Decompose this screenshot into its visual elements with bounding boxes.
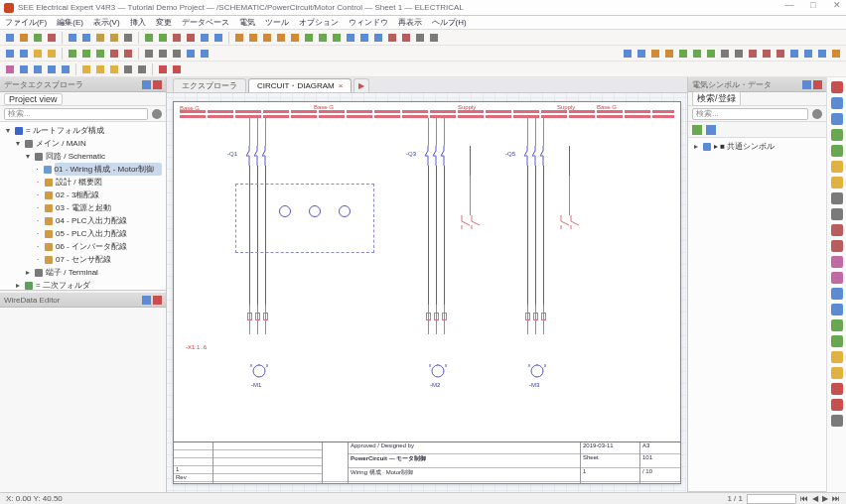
- tool-icon[interactable]: [303, 32, 315, 44]
- tool-icon[interactable]: [157, 32, 169, 44]
- tool-icon[interactable]: [199, 48, 211, 60]
- tool-icon[interactable]: [677, 48, 689, 60]
- minimize-button[interactable]: —: [782, 0, 796, 10]
- vtool-icon[interactable]: [831, 208, 843, 220]
- tool-icon[interactable]: [108, 32, 120, 44]
- tool-icon[interactable]: [317, 32, 329, 44]
- tool-icon[interactable]: [136, 63, 148, 75]
- vtool-icon[interactable]: [831, 256, 843, 268]
- tool-icon[interactable]: [32, 32, 44, 44]
- tool-icon[interactable]: [122, 63, 134, 75]
- tool-icon[interactable]: [171, 63, 183, 75]
- tool-icon[interactable]: [94, 63, 106, 75]
- maximize-button[interactable]: □: [806, 0, 820, 10]
- tool-icon[interactable]: [108, 63, 120, 75]
- menu-item[interactable]: ツール: [262, 17, 292, 28]
- tool-icon[interactable]: [247, 32, 259, 44]
- vtool-icon[interactable]: [831, 319, 843, 331]
- tool-icon[interactable]: [199, 32, 211, 44]
- search-icon[interactable]: [152, 109, 162, 119]
- tree-row[interactable]: ▾= ルートフォルダ構成: [4, 124, 162, 137]
- canvas-wrap[interactable]: Base G -Q1-M1-Q3-M2-Q5-M3 -X1:1..6 Base …: [167, 93, 687, 492]
- tool-icon[interactable]: [233, 32, 245, 44]
- tool-icon[interactable]: [157, 48, 169, 60]
- vtool-icon[interactable]: [831, 399, 843, 411]
- contactor-group[interactable]: [235, 184, 374, 253]
- tool-icon[interactable]: [289, 32, 301, 44]
- vtool-icon[interactable]: [831, 415, 843, 427]
- left-panel-tabs[interactable]: Project view: [0, 92, 166, 106]
- tree-row[interactable]: ·01 - Wiring 構成 - Motor制御: [4, 163, 162, 176]
- vtool-icon[interactable]: [831, 161, 843, 173]
- vtool-icon[interactable]: [831, 240, 843, 252]
- tool-icon[interactable]: [108, 48, 120, 60]
- tree-row[interactable]: ·04 - PLC入出力配線: [4, 214, 162, 227]
- tool-icon[interactable]: [816, 48, 828, 60]
- right-subtab[interactable]: 検索/登録: [692, 91, 741, 106]
- symbol-group[interactable]: ▸ ■ 共通シンボル: [714, 140, 775, 153]
- symbol-search[interactable]: 検索...: [692, 108, 808, 120]
- tool-icon[interactable]: [331, 32, 343, 44]
- pin-icon[interactable]: [142, 80, 151, 89]
- tool-icon[interactable]: [143, 32, 155, 44]
- tool-icon[interactable]: [46, 32, 58, 44]
- tool-icon[interactable]: [122, 48, 134, 60]
- menu-item[interactable]: 表示(V): [90, 17, 123, 28]
- tool-icon[interactable]: [60, 63, 71, 75]
- tool-icon[interactable]: [622, 48, 634, 60]
- tool-icon[interactable]: [32, 63, 44, 75]
- tool-icon[interactable]: [400, 32, 412, 44]
- right-panel-header[interactable]: 電気シンボル・データ: [688, 77, 826, 92]
- project-tree[interactable]: ▾= ルートフォルダ構成▾メイン / MAIN▾回路 / Schematic·0…: [0, 122, 166, 291]
- pin-icon[interactable]: [802, 80, 811, 89]
- tool-icon[interactable]: [261, 32, 273, 44]
- vtool-icon[interactable]: [831, 304, 843, 315]
- tool-icon[interactable]: [67, 32, 78, 44]
- close-icon[interactable]: [813, 80, 822, 89]
- left-panel-header[interactable]: データエクスプローラ: [0, 77, 166, 92]
- tool-icon[interactable]: [171, 32, 183, 44]
- tool-icon[interactable]: [705, 48, 717, 60]
- tool-icon[interactable]: [358, 32, 370, 44]
- tool-icon[interactable]: [171, 48, 183, 60]
- tool-icon[interactable]: [46, 48, 58, 60]
- nav-prev-icon[interactable]: ◀: [812, 494, 818, 503]
- breaker-symbol[interactable]: [245, 146, 271, 166]
- tool-icon[interactable]: [663, 48, 675, 60]
- tool-icon[interactable]: [428, 32, 440, 44]
- close-icon[interactable]: [153, 80, 162, 89]
- menu-item[interactable]: 再表示: [395, 17, 425, 28]
- tool-icon[interactable]: [80, 32, 92, 44]
- tool-icon[interactable]: [143, 48, 155, 60]
- tool-icon[interactable]: [80, 63, 92, 75]
- tree-row[interactable]: ·設計 / 概要図: [4, 176, 162, 189]
- tool-icon[interactable]: [122, 32, 134, 44]
- tool-icon[interactable]: [80, 48, 92, 60]
- vtool-icon[interactable]: [831, 177, 843, 189]
- vtool-icon[interactable]: [831, 272, 843, 284]
- tree-row[interactable]: ▸端子 / Terminal: [4, 266, 162, 279]
- close-icon[interactable]: [153, 296, 162, 305]
- tool-icon[interactable]: [18, 32, 30, 44]
- left-subtab[interactable]: Project view: [4, 93, 63, 105]
- menu-bar[interactable]: ファイル(F) 編集(E) 表示(V) 挿入 変更 データベース 電気 ツール …: [0, 16, 846, 30]
- document-tabs[interactable]: エクスプローラ CIRCUIT・DIAGRAM× ▶: [167, 77, 687, 93]
- tree-row[interactable]: ·06 - インバータ配線: [4, 240, 162, 253]
- vtool-icon[interactable]: [831, 113, 843, 125]
- tree-search[interactable]: 検索...: [4, 108, 148, 120]
- tool-icon[interactable]: [185, 32, 197, 44]
- nav-last-icon[interactable]: ⏭: [832, 494, 840, 503]
- tool-icon[interactable]: [94, 48, 106, 60]
- tool-icon[interactable]: [18, 63, 30, 75]
- tool-icon[interactable]: [275, 32, 287, 44]
- tool-icon[interactable]: [830, 48, 842, 60]
- doc-tab[interactable]: エクスプローラ: [173, 78, 246, 92]
- tool-icon[interactable]: [635, 48, 647, 60]
- vtool-icon[interactable]: [831, 367, 843, 379]
- vtool-icon[interactable]: [831, 383, 843, 395]
- menu-item[interactable]: ファイル(F): [2, 17, 50, 28]
- menu-item[interactable]: 挿入: [127, 17, 149, 28]
- tool-icon[interactable]: [185, 48, 197, 60]
- tool-icon[interactable]: [802, 48, 814, 60]
- close-icon[interactable]: ×: [339, 81, 344, 90]
